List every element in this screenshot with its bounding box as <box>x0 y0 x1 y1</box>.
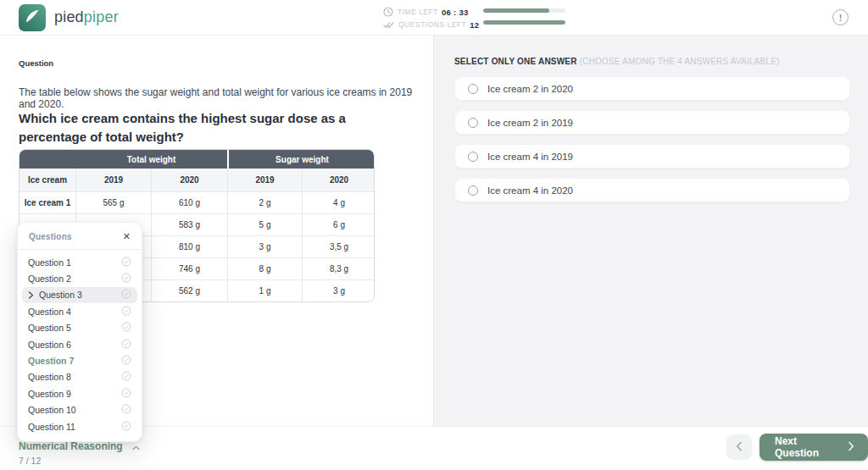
check-circle-icon <box>121 306 131 318</box>
popup-item-question-2[interactable]: Question 2 <box>22 270 137 286</box>
column-header: 2019 <box>75 169 151 191</box>
table-cell: 8,3 g <box>302 257 375 279</box>
table-cell: 565 g <box>75 191 151 213</box>
check-circle-icon <box>121 404 131 416</box>
column-header: 2020 <box>302 169 375 191</box>
chevron-right-icon <box>848 441 854 454</box>
table-cell: 3,5 g <box>302 235 375 257</box>
previous-question-button[interactable] <box>726 434 752 460</box>
popup-item-question-4[interactable]: Question 4 <box>22 303 137 319</box>
piedpiper-logo <box>19 4 46 31</box>
table-row: Ice cream 1 565 g 610 g 2 g 4 g <box>19 191 375 213</box>
answer-option-label: Ice cream 2 in 2020 <box>487 84 573 94</box>
radio-icon[interactable] <box>468 185 478 196</box>
table-cell: Ice cream 1 <box>19 191 75 213</box>
question-label: Question <box>19 58 53 68</box>
questions-left-row: QUESTIONS LEFT 12 <box>383 19 479 30</box>
questions-popup-title: Questions <box>29 232 72 241</box>
time-progress-fill <box>483 8 549 13</box>
popup-item-label: Question 2 <box>28 274 121 284</box>
questions-popup-list: Question 1 Question 2 Question 3 Questio… <box>18 250 142 441</box>
time-left-row: TIME LEFT 06 : 33 <box>383 6 479 18</box>
answer-instruction-note: (CHOOSE AMONG THE 4 ANSWERS AVAILABLE) <box>580 57 780 66</box>
table-cell: 8 g <box>227 257 302 279</box>
brand-piper: piper <box>84 8 119 25</box>
popup-item-label: Question 3 <box>39 290 121 300</box>
table-cell: 583 g <box>151 213 227 235</box>
popup-item-label: Question 8 <box>28 372 121 382</box>
table-cell: 3 g <box>227 235 302 257</box>
total-weight-header: Total weight <box>75 150 227 169</box>
radio-icon[interactable] <box>468 84 478 94</box>
table-cell: 4 g <box>302 191 375 213</box>
popup-item-question-9[interactable]: Question 9 <box>22 385 137 401</box>
next-question-label: Next Question <box>775 435 840 459</box>
questions-progress-fill <box>483 20 565 25</box>
check-circle-icon <box>121 273 131 285</box>
close-icon[interactable]: ✕ <box>123 232 131 241</box>
answer-options: Ice cream 2 in 2020 Ice cream 2 in 2019 … <box>454 76 850 212</box>
check-circle-icon <box>121 257 131 268</box>
radio-icon[interactable] <box>468 152 478 162</box>
question-intro: The table below shows the sugar weight a… <box>19 86 417 110</box>
popup-item-label: Question 11 <box>28 422 121 432</box>
answer-option-2[interactable]: Ice cream 2 in 2019 <box>454 110 850 135</box>
sugar-weight-header: Sugar weight <box>227 150 375 169</box>
question-title: Which ice cream contains the highest sug… <box>19 109 402 147</box>
popup-item-question-10[interactable]: Question 10 <box>22 402 137 418</box>
time-left-value: 06 : 33 <box>442 8 469 17</box>
time-progress-track <box>483 8 565 13</box>
popup-item-question-3[interactable]: Question 3 <box>22 287 137 303</box>
top-header-bar: piedpiper TIME LEFT 06 : 33 QUESTIONS LE… <box>0 0 868 36</box>
next-question-button[interactable]: Next Question <box>760 434 868 461</box>
table-cell: 746 g <box>151 257 227 279</box>
popup-item-label: Question 5 <box>28 323 121 333</box>
check-circle-icon <box>121 289 131 301</box>
column-header: Ice cream <box>19 169 75 191</box>
table-cell: 610 g <box>151 191 227 213</box>
questions-left-label: QUESTIONS LEFT <box>398 20 466 29</box>
table-cell: 3 g <box>302 279 375 301</box>
check-circle-icon <box>121 355 131 367</box>
double-check-icon <box>383 20 394 30</box>
leaf-icon <box>22 6 42 30</box>
answer-instruction: SELECT ONLY ONE ANSWER (CHOOSE AMONG THE… <box>454 57 780 66</box>
column-header: 2019 <box>227 169 302 191</box>
answer-option-3[interactable]: Ice cream 4 in 2019 <box>454 144 850 169</box>
table-cell: 6 g <box>302 213 375 235</box>
table-cell: 1 g <box>227 279 302 301</box>
table-cell: 810 g <box>151 235 227 257</box>
column-header: 2020 <box>151 169 227 191</box>
table-cell: 2 g <box>227 191 302 213</box>
chevron-right-icon <box>28 291 34 299</box>
answer-option-1[interactable]: Ice cream 2 in 2020 <box>454 76 850 101</box>
section-label: Numerical Reasoning <box>19 440 123 452</box>
answer-option-label: Ice cream 4 in 2020 <box>487 185 573 196</box>
radio-icon[interactable] <box>468 118 478 128</box>
popup-item-label: Question 6 <box>28 340 121 350</box>
answer-option-4[interactable]: Ice cream 4 in 2020 <box>454 178 850 202</box>
popup-item-question-1[interactable]: Question 1 <box>22 254 137 270</box>
popup-item-question-5[interactable]: Question 5 <box>22 320 137 336</box>
popup-item-question-7[interactable]: Question 7 <box>22 352 137 368</box>
popup-item-label: Question 4 <box>28 307 121 317</box>
check-circle-icon <box>121 371 131 383</box>
table-column-header-row: Ice cream 2019 2020 2019 2020 <box>19 169 375 191</box>
check-circle-icon <box>121 339 131 351</box>
table-cell: 5 g <box>227 213 302 235</box>
chevron-up-icon[interactable] <box>132 445 140 451</box>
popup-item-label: Question 7 <box>28 356 121 366</box>
brand-wordmark: piedpiper <box>54 8 119 26</box>
popup-item-question-11[interactable]: Question 11 <box>22 418 137 434</box>
progress-bars <box>483 8 565 25</box>
clock-icon <box>383 7 393 17</box>
info-icon[interactable]: ! <box>832 9 849 25</box>
popup-item-question-8[interactable]: Question 8 <box>22 369 137 385</box>
brand-pied: pied <box>54 8 84 25</box>
table-corner-cell <box>19 150 75 169</box>
popup-item-question-6[interactable]: Question 6 <box>22 336 137 352</box>
chevron-left-icon <box>736 440 743 455</box>
questions-popup-header: Questions ✕ <box>18 223 142 250</box>
questions-progress-track <box>483 20 565 25</box>
answer-instruction-main: SELECT ONLY ONE ANSWER <box>454 57 577 66</box>
